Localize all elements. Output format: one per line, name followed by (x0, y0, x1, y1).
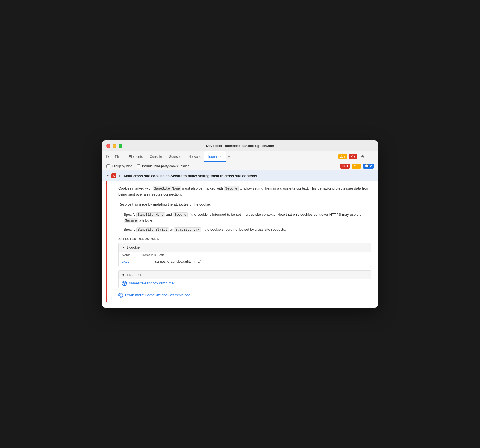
filter-badges: ✕ 3 ⚠ 0 💬 2 (340, 164, 374, 169)
third-party-label: Include third-party cookie issues (142, 164, 189, 168)
filter-warning-count: 0 (358, 164, 359, 168)
main-content: ▼ ✕ 1 Mark cross-site cookies as Secure … (102, 170, 378, 307)
cookie-section-header[interactable]: ▼ 1 cookie (119, 243, 371, 252)
cookie-section: ▼ 1 cookie Name Domain & Path ck02 sames… (118, 243, 371, 267)
request-section-header[interactable]: ▼ 1 request (119, 271, 371, 279)
more-tabs-button[interactable]: » (226, 153, 231, 160)
filter-error-count: 3 (346, 164, 348, 168)
tab-elements[interactable]: Elements (126, 151, 146, 162)
title-bar: DevTools - samesite-sandbox.glitch.me/ (102, 140, 378, 151)
filter-info-badge[interactable]: 💬 2 (363, 164, 374, 169)
tab-console[interactable]: Console (146, 151, 165, 162)
filter-bar: Group by kind Include third-party cookie… (102, 162, 378, 170)
code-samesite-none-1: SameSite=None (153, 186, 181, 191)
group-by-kind-input[interactable] (106, 164, 110, 168)
code-samesite-none-2: SameSite=None (136, 212, 165, 217)
tabs: Elements Console Sources Network Issues … (126, 151, 338, 162)
issue-expand-arrow: ▼ (106, 174, 109, 177)
request-expand-arrow: ▼ (122, 273, 125, 276)
window-title: DevTools - samesite-sandbox.glitch.me/ (206, 144, 274, 148)
request-section-label: 1 request (126, 273, 141, 277)
code-samesite-lax: SameSite=Lax (174, 227, 201, 232)
tab-bar: Elements Console Sources Network Issues … (102, 151, 378, 162)
request-icon (122, 281, 127, 286)
svg-rect-1 (118, 156, 119, 158)
request-row: samesite-sandbox.glitch.me/ (119, 279, 371, 288)
affected-resources-label: AFFECTED RESOURCES (118, 237, 371, 241)
filter-error-icon: ✕ (342, 164, 345, 168)
issue-description: Cookies marked with SameSite=None must a… (118, 186, 371, 197)
toolbar-right: ⚠ 1 ✕ 3 ⚙ ⋮ (338, 153, 376, 161)
learn-more-section: Learn more: SameSite cookies explained (118, 293, 371, 298)
error-badge[interactable]: ✕ 3 (349, 154, 357, 159)
issue-error-badge: ✕ (111, 173, 116, 178)
tab-issues[interactable]: Issues ✕ (204, 151, 226, 162)
error-count: 3 (354, 155, 355, 158)
cookie-section-label: 1 cookie (126, 245, 140, 249)
issue-resolve-intro: Resolve this issue by updating the attri… (118, 202, 371, 207)
issue-title: Mark cross-site cookies as Secure to all… (124, 174, 374, 178)
device-icon[interactable] (113, 153, 121, 161)
warning-icon: ⚠ (340, 155, 343, 158)
issue-header[interactable]: ▼ ✕ 1 Mark cross-site cookies as Secure … (102, 170, 378, 181)
more-icon: ⋮ (370, 154, 374, 159)
tab-close-icon[interactable]: ✕ (218, 154, 222, 158)
request-section: ▼ 1 request samesite-sandbox.glitch.me/ (118, 270, 371, 288)
cookie-expand-arrow: ▼ (122, 246, 125, 249)
svg-rect-0 (115, 155, 118, 158)
filter-error-badge[interactable]: ✕ 3 (340, 164, 350, 169)
group-by-kind-label: Group by kind (112, 164, 132, 168)
devtools-icons (104, 153, 123, 161)
code-samesite-strict: SameSite=Strict (136, 227, 169, 232)
code-secure-2: Secure (173, 212, 188, 217)
code-secure-1: Secure (224, 186, 239, 191)
maximize-button[interactable] (119, 144, 122, 148)
third-party-input[interactable] (137, 164, 140, 168)
tab-network[interactable]: Network (185, 151, 204, 162)
bullet-arrow-1: → (118, 212, 122, 223)
bullet-arrow-2: → (118, 227, 122, 233)
learn-more-icon (118, 293, 123, 298)
group-by-kind-checkbox[interactable]: Group by kind (106, 164, 132, 168)
cookie-table-header: Name Domain & Path (122, 252, 368, 258)
cursor-icon[interactable] (104, 153, 112, 161)
filter-warning-icon: ⚠ (353, 164, 356, 168)
close-button[interactable] (106, 144, 110, 148)
issue-body: Cookies marked with SameSite=None must a… (106, 181, 378, 302)
filter-info-count: 2 (370, 164, 372, 168)
filter-warning-badge[interactable]: ⚠ 0 (352, 164, 361, 169)
request-url-link[interactable]: samesite-sandbox.glitch.me/ (129, 281, 175, 285)
warning-count: 1 (344, 155, 345, 158)
issue-bullet-1: → Specify SameSite=None and Secure if th… (118, 212, 371, 223)
learn-more-link[interactable]: Learn more: SameSite cookies explained (125, 293, 190, 297)
warning-badge[interactable]: ⚠ 1 (338, 154, 347, 159)
cookie-col-domain: Domain & Path (142, 253, 164, 257)
code-secure-3: Secure (124, 218, 138, 223)
bullet-2-text: Specify SameSite=Strict or SameSite=Lax … (124, 227, 286, 233)
third-party-checkbox[interactable]: Include third-party cookie issues (137, 164, 189, 168)
filter-info-icon: 💬 (365, 164, 369, 168)
bullet-1-text: Specify SameSite=None and Secure if the … (124, 212, 371, 223)
issue-bullet-2: → Specify SameSite=Strict or SameSite=La… (118, 227, 371, 233)
affected-resources: AFFECTED RESOURCES ▼ 1 cookie Name Domai… (118, 237, 371, 298)
svg-point-4 (121, 296, 121, 296)
cookie-col-name: Name (122, 253, 131, 257)
devtools-window: DevTools - samesite-sandbox.glitch.me/ E… (102, 140, 378, 307)
traffic-lights (106, 144, 122, 148)
minimize-button[interactable] (113, 144, 116, 148)
cookie-row: ck02 samesite-sandbox.glitch.me/ (122, 258, 368, 265)
cookie-name-link[interactable]: ck02 (122, 259, 144, 263)
error-icon: ✕ (350, 155, 353, 158)
gear-icon: ⚙ (361, 154, 364, 159)
issue-count: 1 (119, 174, 121, 178)
tab-sources[interactable]: Sources (166, 151, 185, 162)
settings-button[interactable]: ⚙ (359, 153, 366, 161)
cookie-domain-value: samesite-sandbox.glitch.me/ (155, 259, 201, 263)
more-options-button[interactable]: ⋮ (368, 153, 376, 161)
cookie-table: Name Domain & Path ck02 samesite-sandbox… (119, 252, 371, 267)
